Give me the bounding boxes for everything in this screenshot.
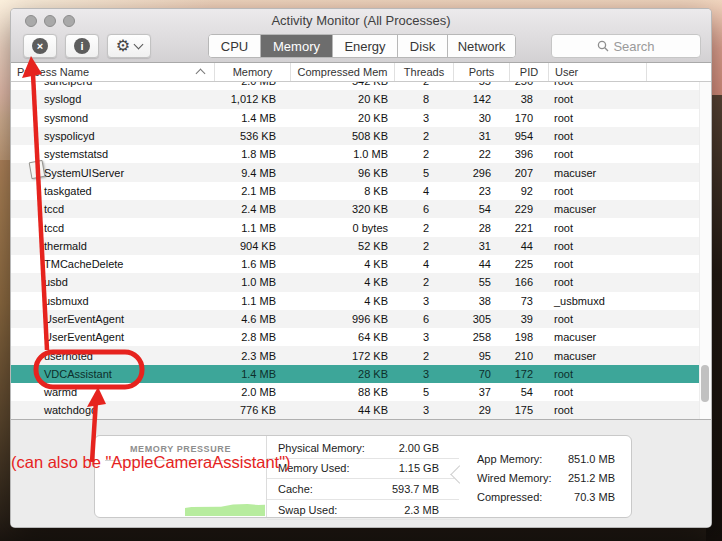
info-circle-icon: i <box>74 38 90 54</box>
memory-summary-panel: MEMORY PRESSURE Physical Memory: 2.00 GB… <box>11 419 711 528</box>
stat-row: Cache: 593.7 MB <box>267 479 459 500</box>
stat-label: App Memory: <box>477 453 542 465</box>
process-table-body: suhelperd 2.0 MB 542 KB 2 55 256 root sy… <box>11 82 711 419</box>
stat-label: Wired Memory: <box>477 472 552 484</box>
search-placeholder: Search <box>613 39 654 54</box>
column-header-threads[interactable]: Threads <box>394 63 453 81</box>
titlebar: Activity Monitor (All Processes) <box>11 9 711 31</box>
stat-row: Swap Used: 2.3 MB <box>267 500 459 521</box>
desktop: Activity Monitor (All Processes) × i ⚙ C… <box>0 0 722 541</box>
table-row[interactable]: warmd 2.0 MB 88 KB 5 37 54 root <box>11 383 701 401</box>
stat-row: App Memory: 851.0 MB <box>477 449 615 468</box>
stat-row: Memory Used: 1.15 GB <box>267 459 459 480</box>
stat-row: Physical Memory: 2.00 GB <box>267 438 459 459</box>
stat-value: 2.3 MB <box>404 504 439 516</box>
column-header-pid[interactable]: PID <box>509 63 548 81</box>
inspect-button[interactable]: i <box>65 34 99 58</box>
stat-value: 593.7 MB <box>392 483 439 495</box>
table-row[interactable]: usernoted 2.3 MB 172 KB 2 95 210 macuser <box>11 346 701 364</box>
tab-energy[interactable]: Energy <box>332 35 397 57</box>
memory-stats-section: Physical Memory: 2.00 GB Memory Used: 1.… <box>267 436 459 517</box>
stat-value: 70.3 MB <box>574 491 615 503</box>
memory-pressure-graph <box>185 503 265 516</box>
column-header-memory[interactable]: Memory <box>214 63 290 81</box>
window-chrome: Activity Monitor (All Processes) × i ⚙ C… <box>11 9 711 63</box>
stat-label: Physical Memory: <box>278 442 365 454</box>
column-header-spacer <box>646 63 711 81</box>
table-row[interactable]: usbmuxd 1.1 MB 4 KB 3 38 73 _usbmuxd <box>11 292 701 310</box>
table-row[interactable]: TMCacheDelete 1.6 MB 4 KB 4 44 225 root <box>11 255 701 273</box>
memory-breakdown-section: App Memory: 851.0 MB Wired Memory: 251.2… <box>459 436 631 517</box>
window-title: Activity Monitor (All Processes) <box>11 13 711 28</box>
tab-memory[interactable]: Memory <box>260 35 332 57</box>
table-row[interactable]: syslogd 1,012 KB 20 KB 8 142 38 root <box>11 90 701 108</box>
table-row[interactable]: tccd 1.1 MB 0 bytes 2 28 221 root <box>11 218 701 236</box>
tab-network[interactable]: Network <box>447 35 515 57</box>
table-row[interactable]: thermald 904 KB 52 KB 2 31 44 root <box>11 237 701 255</box>
activity-monitor-window: Activity Monitor (All Processes) × i ⚙ C… <box>10 8 712 528</box>
stat-label: Swap Used: <box>278 504 337 516</box>
stat-label: Compressed: <box>477 491 542 503</box>
column-header-user[interactable]: User <box>548 63 646 81</box>
stat-value: 2.00 GB <box>399 442 439 454</box>
chevron-down-icon <box>134 40 144 50</box>
table-row[interactable]: suhelperd 2.0 MB 542 KB 2 55 256 root <box>11 82 701 90</box>
table-row[interactable]: sysmond 1.4 MB 20 KB 3 30 170 root <box>11 109 701 127</box>
toolbar: × i ⚙ CPU Memory Energy Disk Network <box>11 31 711 63</box>
memory-stats-box: MEMORY PRESSURE Physical Memory: 2.00 GB… <box>94 435 632 518</box>
tab-disk[interactable]: Disk <box>397 35 447 57</box>
drag-page-icon <box>29 160 46 179</box>
table-row[interactable]: usbd 1.0 MB 4 KB 2 55 166 root <box>11 273 701 291</box>
x-circle-icon: × <box>32 38 48 54</box>
column-header-ports[interactable]: Ports <box>453 63 509 81</box>
table-row[interactable]: UserEventAgent 2.8 MB 64 KB 3 258 198 ma… <box>11 328 701 346</box>
quit-process-button[interactable]: × <box>23 34 57 58</box>
table-row[interactable]: taskgated 2.1 MB 8 KB 4 23 92 root <box>11 182 701 200</box>
table-row[interactable]: syspolicyd 536 KB 508 KB 2 31 954 root <box>11 127 701 145</box>
stat-label: Cache: <box>278 483 313 495</box>
stat-value: 251.2 MB <box>568 472 615 484</box>
stat-row: Wired Memory: 251.2 MB <box>477 468 615 487</box>
scrollbar-track[interactable] <box>699 82 711 419</box>
table-row[interactable]: watchdogd 776 KB 44 KB 3 29 175 root <box>11 401 701 419</box>
stat-row: Compressed: 70.3 MB <box>477 487 615 506</box>
stat-value: 1.15 GB <box>399 462 439 474</box>
annotation-note: (can also be "AppleCameraAssistant") <box>11 453 291 472</box>
search-input[interactable]: Search <box>551 34 701 58</box>
table-header: Process Name Memory Compressed Mem Threa… <box>11 63 711 82</box>
table-row[interactable]: systemstatsd 1.8 MB 1.0 MB 2 22 396 root <box>11 145 701 163</box>
gear-icon: ⚙ <box>116 38 130 54</box>
table-row[interactable]: VDCAssistant 1.4 MB 28 KB 3 70 172 root <box>11 365 701 383</box>
column-header-process-name[interactable]: Process Name <box>11 63 214 81</box>
column-header-compressed-mem[interactable]: Compressed Mem <box>290 63 394 81</box>
table-row[interactable]: tccd 2.4 MB 320 KB 6 54 229 macuser <box>11 200 701 218</box>
settings-button[interactable]: ⚙ <box>107 34 151 58</box>
stat-value: 851.0 MB <box>568 453 615 465</box>
view-tabs: CPU Memory Energy Disk Network <box>208 34 516 58</box>
table-row[interactable]: SystemUIServer 9.4 MB 96 KB 5 296 207 ma… <box>11 163 701 181</box>
table-row[interactable]: UserEventAgent 4.6 MB 996 KB 6 305 39 ro… <box>11 310 701 328</box>
search-icon <box>597 40 609 52</box>
tab-cpu[interactable]: CPU <box>209 35 260 57</box>
sort-ascending-icon <box>196 69 206 79</box>
scrollbar-thumb[interactable] <box>701 365 709 402</box>
memory-pressure-section: MEMORY PRESSURE <box>95 436 267 517</box>
